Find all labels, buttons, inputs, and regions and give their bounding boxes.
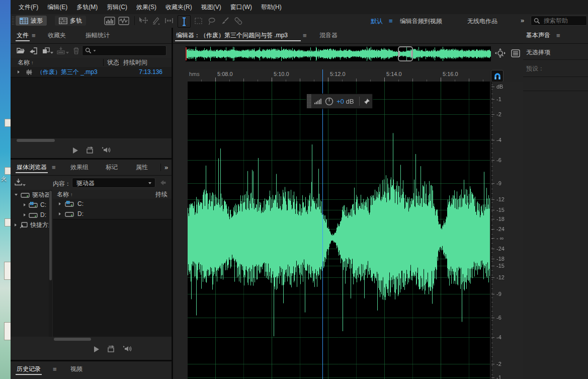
help-search-box[interactable] — [531, 16, 587, 26]
pin-icon[interactable] — [364, 98, 370, 105]
media-tree-vscroll-handle[interactable] — [49, 191, 52, 280]
media-tree-row[interactable]: 快捷方式 — [11, 220, 49, 230]
play-icon[interactable] — [72, 147, 78, 154]
files-hscrollbar[interactable] — [17, 139, 55, 142]
files-list-header[interactable]: 名称 ↑ 状态 持续时间 — [11, 58, 172, 67]
workspace-menu-icon[interactable]: ≡ — [389, 17, 393, 25]
move-tool-icon[interactable] — [138, 17, 148, 25]
spectral-pitch-icon[interactable] — [118, 17, 129, 25]
desktop-icon-fragment[interactable] — [4, 262, 11, 280]
files-col-duration[interactable]: 持续时间 — [123, 58, 147, 67]
hud-grip[interactable] — [307, 94, 311, 108]
waveform-area[interactable] — [188, 82, 490, 379]
new-file-caret-icon[interactable] — [50, 52, 53, 54]
tab-mixer[interactable]: 混音器 — [319, 28, 338, 43]
overview-options-icon[interactable] — [511, 49, 520, 57]
auto-play-speaker-icon[interactable] — [102, 146, 111, 154]
import-media-icon[interactable] — [15, 179, 22, 186]
tab-amplitude-statistics[interactable]: 振幅统计 — [86, 28, 110, 43]
media-panel-menu-icon[interactable]: ≡ — [52, 164, 56, 171]
expand-caret-icon[interactable] — [18, 70, 20, 73]
auto-play-speaker-icon[interactable] — [123, 345, 132, 352]
history-panel-menu-icon[interactable]: ≡ — [53, 365, 57, 373]
workspace-overflow-chevron[interactable]: » — [521, 17, 524, 24]
tree-label[interactable]: C: — [40, 201, 46, 208]
expand-caret-icon[interactable] — [59, 212, 61, 215]
workspace-default[interactable]: 默认 — [371, 17, 383, 26]
view-indicator-left-handle[interactable] — [398, 51, 400, 57]
menu-3[interactable]: 剪辑(C) — [102, 3, 132, 12]
tab-favorites[interactable]: 收藏夹 — [48, 28, 66, 43]
delete-file-icon[interactable] — [73, 47, 79, 54]
files-panel-menu-icon[interactable]: ≡ — [32, 32, 36, 39]
media-col-name[interactable]: 名称 — [57, 191, 69, 198]
lasso-selection-icon[interactable] — [208, 17, 216, 25]
hud-value[interactable]: +0 — [337, 98, 344, 105]
media-hscrollbar[interactable] — [54, 338, 91, 341]
tree-caret-icon[interactable] — [24, 203, 26, 206]
time-ruler[interactable]: hms 5:08.05:10.05:12.05:14.05:16.0 — [188, 69, 490, 82]
tree-label[interactable]: D: — [40, 211, 46, 218]
volume-knob-icon[interactable] — [325, 97, 333, 106]
menu-5[interactable]: 收藏夹(R) — [161, 3, 197, 12]
file-row[interactable]: （作废）第三个 _.mp3 7:13.136 — [11, 67, 172, 78]
overview-view-indicator[interactable] — [398, 46, 413, 61]
media-tree-row[interactable]: C: — [11, 200, 49, 210]
insert-into-multitrack-icon[interactable] — [57, 47, 65, 54]
drive-label[interactable]: D: — [77, 210, 83, 217]
back-icon[interactable] — [159, 180, 166, 186]
media-list-header[interactable]: 名称 ↑ 持续 — [53, 190, 172, 199]
tab-properties[interactable]: 属性 — [136, 160, 148, 175]
tab-effects-rack[interactable]: 效果组 — [70, 160, 89, 175]
file-name[interactable]: （作废）第三个 _.mp3 — [37, 68, 98, 77]
tab-history[interactable]: 历史记录 — [17, 361, 41, 377]
menu-6[interactable]: 视图(V) — [197, 3, 226, 12]
tree-caret-icon[interactable] — [15, 194, 18, 196]
zoom-navigate-icon[interactable] — [495, 48, 506, 58]
editor-panel-menu-icon[interactable]: ≡ — [303, 32, 307, 39]
menu-4[interactable]: 效果(S) — [132, 3, 161, 12]
playhead[interactable] — [322, 69, 323, 379]
time-selection-tool-button[interactable] — [178, 15, 191, 28]
menu-8[interactable]: 帮助(H) — [257, 3, 286, 12]
view-indicator-right-handle[interactable] — [411, 51, 412, 57]
waveform-view-button[interactable]: 波形 — [16, 16, 47, 26]
tab-files[interactable]: 文件 — [17, 28, 29, 43]
slip-tool-icon[interactable] — [164, 17, 174, 24]
razor-tool-icon[interactable] — [152, 17, 160, 25]
drive-label[interactable]: C: — [77, 200, 83, 207]
files-search-box[interactable] — [82, 45, 166, 56]
tree-caret-icon[interactable] — [24, 213, 26, 216]
tree-label[interactable]: 快捷方式 — [30, 221, 49, 230]
tab-markers[interactable]: 标记 — [106, 160, 118, 175]
workspace-radio[interactable]: 无线电作品 — [467, 17, 497, 26]
tab-media-browser[interactable]: 媒体浏览器 — [17, 160, 47, 175]
spectral-frequency-icon[interactable] — [104, 17, 115, 25]
media-tabs-overflow-chevron[interactable]: » — [164, 160, 168, 175]
loop-playback-icon[interactable] — [107, 345, 115, 353]
content-dropdown[interactable]: 驱动器 — [72, 178, 155, 188]
menu-0[interactable]: 文件(F) — [14, 3, 43, 12]
media-tree-row[interactable]: D: — [11, 210, 49, 220]
menu-1[interactable]: 编辑(E) — [43, 3, 72, 12]
media-tree-vscroll-track[interactable] — [49, 190, 52, 337]
toolbar-grip[interactable] — [12, 16, 14, 26]
import-media-caret-icon[interactable] — [23, 184, 26, 186]
workspace-edit-av[interactable]: 编辑音频到视频 — [400, 17, 442, 26]
tab-video[interactable]: 视频 — [70, 361, 82, 377]
tree-label[interactable]: 驱动器 — [32, 191, 49, 199]
open-file-icon[interactable] — [17, 47, 25, 54]
desktop-icon-fragment[interactable] — [4, 322, 11, 340]
media-col-duration[interactable]: 持续 — [155, 190, 167, 199]
snap-toggle[interactable] — [491, 70, 503, 82]
import-file-icon[interactable] — [29, 47, 37, 54]
files-col-name[interactable]: 名称 — [18, 59, 30, 66]
tree-caret-icon[interactable] — [15, 223, 17, 226]
loop-playback-icon[interactable] — [86, 146, 94, 154]
new-file-icon[interactable] — [42, 47, 50, 54]
multitrack-view-button[interactable]: 多轨 — [55, 16, 86, 26]
volume-hud[interactable]: +0 dB — [306, 94, 373, 109]
spot-healing-icon[interactable] — [234, 17, 243, 25]
essential-sound-menu-icon[interactable]: ≡ — [556, 32, 560, 39]
paintbrush-selection-icon[interactable] — [221, 17, 229, 25]
